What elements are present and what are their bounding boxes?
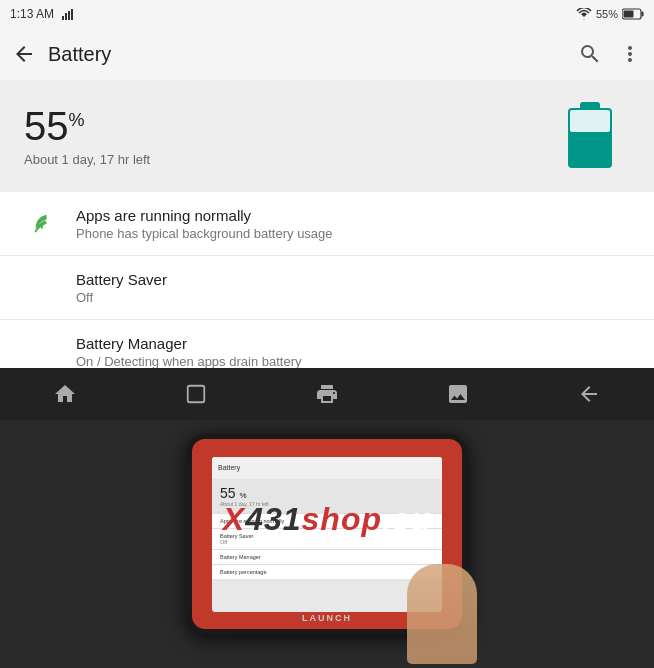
svg-rect-8 [580,102,600,110]
search-icon[interactable] [578,42,602,66]
apps-running-subtitle: Phone has typical background battery usa… [76,226,630,241]
svg-rect-0 [62,16,64,20]
gallery-nav-button[interactable] [433,374,483,414]
wifi-icon [576,8,592,20]
battery-percent-value: 55% [24,106,150,146]
battery-saver-title: Battery Saver [76,271,630,288]
leaf-icon-container [24,213,60,235]
top-bar-actions [578,42,642,66]
battery-hero-section: 55% About 1 day, 17 hr left [0,80,654,192]
battery-saver-subtitle: Off [76,290,630,305]
device-brand: LAUNCH [302,613,352,623]
status-right: 55% [576,8,644,20]
video-section: Battery 55 % About 1 day, 17 hr left App… [0,420,654,668]
square-icon [185,383,207,405]
svg-rect-3 [71,9,73,20]
bottom-navigation [0,368,654,420]
page-title: Battery [48,43,566,66]
svg-rect-6 [624,11,634,18]
back-arrow-icon[interactable] [12,42,36,66]
printer-nav-button[interactable] [302,374,352,414]
signal-icon [62,8,76,20]
apps-running-text: Apps are running normally Phone has typi… [76,207,630,241]
battery-time-remaining: About 1 day, 17 hr left [24,152,150,167]
printer-icon [315,382,339,406]
battery-level-icon [564,100,616,172]
top-app-bar: Battery [0,28,654,80]
image-icon [446,382,470,406]
back-nav-icon [577,382,601,406]
home-nav-button[interactable] [40,374,90,414]
battery-manager-subtitle: On / Detecting when apps drain battery [76,354,630,369]
status-time: 1:13 AM [10,7,54,21]
svg-rect-2 [68,11,70,20]
back-nav-button[interactable] [564,374,614,414]
battery-manager-text: Battery Manager On / Detecting when apps… [76,335,630,369]
more-vert-icon[interactable] [618,42,642,66]
battery-saver-text: Battery Saver Off [76,271,630,305]
svg-rect-10 [188,386,205,403]
recents-nav-button[interactable] [171,374,221,414]
hand-visual [407,564,477,664]
status-battery-text: 55% [596,8,618,20]
battery-info: 55% About 1 day, 17 hr left [24,106,150,167]
leaf-icon [31,213,53,235]
battery-manager-title: Battery Manager [76,335,630,352]
battery-icon-container [550,100,630,172]
status-left: 1:13 AM [10,7,76,21]
svg-rect-1 [65,13,67,20]
status-battery-icon [622,8,644,20]
svg-rect-9 [570,110,610,132]
svg-rect-5 [642,12,644,17]
apps-running-title: Apps are running normally [76,207,630,224]
settings-item-battery-saver[interactable]: Battery Saver Off [0,256,654,320]
status-bar: 1:13 AM 55% [0,0,654,28]
settings-item-apps-running[interactable]: Apps are running normally Phone has typi… [0,192,654,256]
home-icon [53,382,77,406]
